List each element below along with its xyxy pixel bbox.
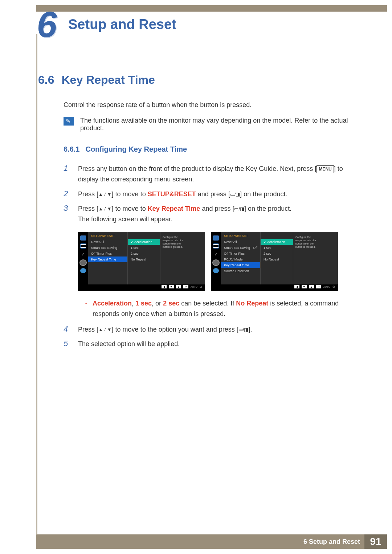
osd-item: Source Detection xyxy=(221,268,260,274)
osd-option: 2 sec xyxy=(128,251,160,257)
osd-item: Off Timer Plus xyxy=(88,251,127,257)
osd-menu: SETUP&RESET Reset All Smart Eco SavingOf… xyxy=(221,232,260,284)
osd-item: Smart Eco SavingOff xyxy=(221,245,260,251)
osd-item: PC/AV Mode xyxy=(221,257,260,262)
up-icon: ▲ xyxy=(309,285,314,288)
osd-option: No Repeat xyxy=(128,257,160,262)
step-5: 5 The selected option will be applied. xyxy=(64,339,354,349)
osd-option: No Repeat xyxy=(261,257,293,262)
osd-option: 1 sec xyxy=(261,245,293,251)
osd-submenu: Acceleration 1 sec 2 sec No Repeat xyxy=(260,232,293,284)
enter-icon: ▭/◨ xyxy=(234,206,244,212)
step-1: 1 Press any button on the front of the p… xyxy=(64,164,354,185)
osd-footer: ◀ ▼ ▲ ↵ AUTO ⏻ xyxy=(78,284,205,290)
auto-label: AUTO xyxy=(191,286,197,288)
left-icon: ◀ xyxy=(162,285,167,288)
gear-icon xyxy=(213,260,219,265)
down-icon: ▼ xyxy=(169,285,174,288)
section-heading: 6.6 Key Repeat Time xyxy=(38,73,354,87)
footer-chapter-title: Setup and Reset xyxy=(309,538,360,545)
gear-icon xyxy=(80,260,86,265)
menu-button-glyph: MENU xyxy=(317,165,334,173)
list-icon xyxy=(213,243,219,249)
osd-item: Reset All xyxy=(88,239,127,245)
osd-item: Off Timer Plus xyxy=(221,251,260,257)
list-icon xyxy=(80,243,86,249)
enter-icon: ↵ xyxy=(316,285,321,288)
section-title: Key Repeat Time xyxy=(61,73,155,87)
osd-left: ⤢ SETUP&RESET Reset All Smart Eco Saving… xyxy=(78,232,205,291)
osd-title: SETUP&RESET xyxy=(221,234,260,239)
note-text: The functions available on the monitor m… xyxy=(80,117,354,132)
up-down-icon: ▲ / ▼ xyxy=(98,206,112,212)
osd-menu: SETUP&RESET Reset All Smart Eco Saving O… xyxy=(88,232,127,284)
up-down-icon: ▲ / ▼ xyxy=(98,327,112,332)
step-4: 4 Press [▲ / ▼] to move to the option yo… xyxy=(64,324,354,335)
subsection-title: Configuring Key Repeat Time xyxy=(85,145,187,153)
step-text: Press [▲ / ▼] to move to Key Repeat Time… xyxy=(78,204,291,225)
page-content: 6.6 Key Repeat Time Control the response… xyxy=(0,41,392,349)
picture-icon xyxy=(213,235,219,241)
chapter-title: Setup and Reset xyxy=(68,17,176,32)
osd-right: ⤢ SETUP&RESET Reset All Smart Eco Saving… xyxy=(211,232,338,291)
enter-icon: ↵ xyxy=(183,285,188,288)
picture-icon xyxy=(80,235,86,241)
osd-screenshot-pair: ⤢ SETUP&RESET Reset All Smart Eco Saving… xyxy=(78,232,354,291)
osd-icon-column: ⤢ xyxy=(211,232,221,284)
enter-icon: ▭/◨ xyxy=(230,191,240,197)
osd-icon-column: ⤢ xyxy=(78,232,88,284)
enter-icon: ▭/◨ xyxy=(238,327,249,332)
size-icon: ⤢ xyxy=(80,251,86,257)
step-3: 3 Press [▲ / ▼] to move to Key Repeat Ti… xyxy=(64,204,354,225)
page-footer: 6 Setup and Reset 91 xyxy=(36,534,387,549)
footer-page-number: 91 xyxy=(364,534,387,549)
step-text: The selected option will be applied. xyxy=(78,339,180,349)
osd-title: SETUP&RESET xyxy=(88,234,127,239)
osd-item: Smart Eco Saving xyxy=(88,245,127,251)
step-number: 1 xyxy=(64,164,70,185)
chapter-header: 6 Setup and Reset xyxy=(0,8,392,41)
power-icon: ⏻ xyxy=(200,286,202,288)
subsection-number: 6.6.1 xyxy=(64,145,79,153)
up-down-icon: ▲ / ▼ xyxy=(98,191,112,197)
osd-option: 1 sec xyxy=(128,245,160,251)
osd-item-selected: Key Repeat Time xyxy=(221,262,260,268)
osd-description: Configure the response rate of a button … xyxy=(160,232,189,284)
footer-chapter-num: 6 xyxy=(303,538,307,545)
osd-item: Reset All xyxy=(221,239,260,245)
power-icon: ⏻ xyxy=(332,286,335,288)
osd-submenu: Acceleration 1 sec 2 sec No Repeat xyxy=(127,232,160,284)
osd-description: Configure the response rate of a button … xyxy=(293,232,322,284)
osd-option-selected: Acceleration xyxy=(128,239,160,245)
left-icon: ◀ xyxy=(294,285,299,288)
step-text: Press any button on the front of the pro… xyxy=(78,164,354,185)
info-icon xyxy=(80,268,86,273)
step-number: 3 xyxy=(64,204,70,225)
osd-item-selected: Key Repeat Time xyxy=(88,257,127,262)
note-icon xyxy=(64,117,74,126)
osd-footer: ◀ ▼ ▲ ↵ AUTO ⏻ xyxy=(211,284,338,290)
info-icon xyxy=(213,268,219,273)
section-number: 6.6 xyxy=(38,73,54,87)
step-text: Press [▲ / ▼] to move to the option you … xyxy=(78,324,252,335)
step-list: 1 Press any button on the front of the p… xyxy=(64,164,354,225)
step-number: 5 xyxy=(64,339,70,349)
step-number: 2 xyxy=(64,189,70,200)
subsection-heading: 6.6.1 Configuring Key Repeat Time xyxy=(64,145,354,153)
left-margin-stripe xyxy=(36,34,37,534)
options-bullet: Acceleration, 1 sec, or 2 sec can be sel… xyxy=(93,298,354,319)
osd-option: 2 sec xyxy=(261,251,293,257)
step-number: 4 xyxy=(64,324,70,335)
up-icon: ▲ xyxy=(176,285,181,288)
section-intro: Control the response rate of a button wh… xyxy=(64,101,354,109)
step-2: 2 Press [▲ / ▼] to move to SETUP&RESET a… xyxy=(64,189,354,200)
note-row: The functions available on the monitor m… xyxy=(64,117,354,132)
auto-label: AUTO xyxy=(323,286,330,288)
step-list-2: 4 Press [▲ / ▼] to move to the option yo… xyxy=(64,324,354,350)
down-icon: ▼ xyxy=(302,285,307,288)
step-text: Press [▲ / ▼] to move to SETUP&RESET and… xyxy=(78,189,287,200)
osd-option-selected: Acceleration xyxy=(261,239,293,245)
size-icon: ⤢ xyxy=(213,251,219,257)
